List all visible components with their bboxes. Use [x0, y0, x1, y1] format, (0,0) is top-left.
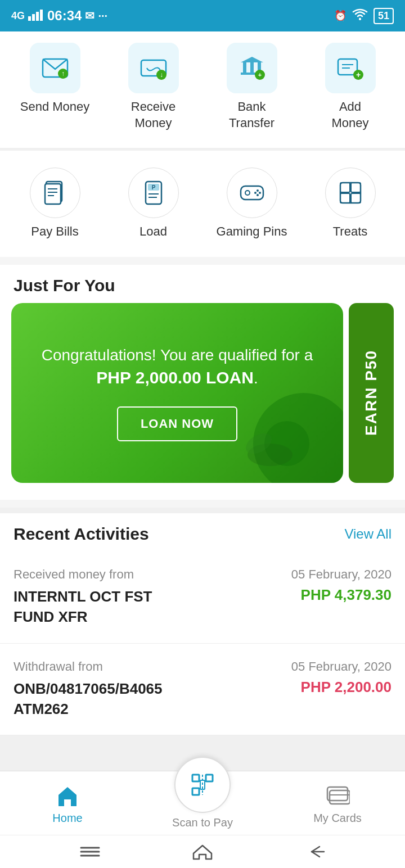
menu-icon[interactable] [79, 843, 101, 860]
tx-right-1: 05 February, 2020 PHP 4,379.30 [291, 567, 392, 604]
send-money-icon-wrap: ↑ [30, 43, 80, 93]
scan-icon [188, 770, 217, 799]
bank-transfer-button[interactable]: + BankTransfer [210, 43, 294, 131]
status-left: 4G 06:34 ✉ ··· [11, 8, 107, 24]
battery-icon: 51 [374, 8, 394, 24]
table-row[interactable]: Received money from INTERNTL OCT FSTFUND… [0, 551, 405, 644]
tx-left-2: Withdrawal from ONB/04817065/B4065ATM262 [14, 659, 291, 720]
add-money-icon-wrap: + [325, 43, 376, 93]
my-cards-icon [325, 784, 350, 808]
home-nav-label: Home [52, 812, 82, 825]
tx-date-1: 05 February, 2020 [291, 567, 392, 582]
promo-text: Congratulations! You are qualified for a… [34, 344, 321, 390]
nav-home[interactable]: Home [11, 784, 124, 825]
treats-label: Treats [333, 224, 368, 240]
promo-container: Congratulations! You are qualified for a… [0, 303, 405, 500]
svg-text:P: P [151, 184, 155, 191]
svg-rect-1 [32, 14, 35, 21]
receive-money-label: ReceiveMoney [131, 99, 176, 131]
load-button[interactable]: P Load [111, 168, 196, 240]
nav-scan-to-pay[interactable]: Scan to Pay [146, 779, 259, 829]
svg-rect-44 [351, 183, 361, 192]
gaming-pins-label: Gaming Pins [217, 224, 287, 240]
status-right: ⏰ 51 [334, 8, 394, 24]
tx-name-2: ONB/04817065/B4065ATM262 [14, 679, 291, 720]
svg-text:+: + [356, 70, 360, 79]
nav-my-cards[interactable]: My Cards [281, 784, 394, 825]
svg-point-41 [254, 192, 256, 194]
receive-money-icon-wrap: ↓ [128, 43, 179, 93]
svg-point-38 [256, 189, 259, 192]
svg-rect-45 [340, 193, 350, 203]
svg-rect-43 [340, 183, 350, 192]
loan-now-button[interactable]: LOAN NOW [117, 406, 237, 441]
svg-point-4 [359, 18, 361, 20]
signal-bars [28, 8, 44, 24]
svg-rect-13 [250, 62, 254, 73]
carrier-text: 4G [11, 10, 25, 22]
android-home-icon[interactable] [191, 843, 214, 860]
svg-rect-50 [192, 788, 199, 795]
pay-bills-icon-wrap [30, 168, 80, 218]
promo-banner[interactable]: Congratulations! You are qualified for a… [11, 303, 343, 483]
treats-icon-wrap [325, 168, 376, 218]
just-for-you-section: Just For You [0, 265, 405, 303]
just-for-you-title: Just For You [14, 276, 115, 295]
leaf-icon [242, 421, 298, 466]
time-display: 06:34 [47, 8, 82, 24]
svg-rect-49 [192, 775, 199, 781]
svg-point-37 [245, 191, 250, 195]
scan-nav-label: Scan to Pay [172, 816, 233, 829]
wifi-icon [352, 8, 368, 24]
scan-button[interactable] [174, 757, 231, 813]
promo-side-banner[interactable]: EARN P50 [349, 303, 394, 483]
pay-bills-button[interactable]: Pay Bills [13, 168, 97, 240]
bottom-navigation: Home Scan to Pay My Cards [0, 771, 405, 868]
tx-name-1: INTERNTL OCT FSTFUND XFR [14, 586, 291, 627]
send-money-button[interactable]: ↑ Send Money [13, 43, 97, 131]
gaming-pins-icon-wrap [227, 168, 277, 218]
dots-icon: ··· [98, 10, 107, 22]
svg-rect-27 [45, 184, 61, 204]
promo-side-text: EARN P50 [362, 350, 380, 436]
add-money-label: AddMoney [331, 99, 368, 131]
tx-right-2: 05 February, 2020 PHP 2,200.00 [291, 659, 392, 696]
svg-point-40 [256, 194, 259, 196]
add-money-button[interactable]: + AddMoney [308, 43, 393, 131]
quick-actions-row: ↑ Send Money ↓ ReceiveMoney + [0, 31, 405, 148]
android-nav-bar [0, 835, 405, 868]
svg-rect-55 [330, 790, 350, 804]
android-back-icon[interactable] [304, 843, 326, 860]
treats-button[interactable]: Treats [308, 168, 393, 240]
load-label: Load [140, 224, 167, 240]
alarm-icon: ⏰ [334, 10, 346, 22]
tx-amount-1: PHP 4,379.30 [291, 586, 392, 604]
second-actions-row: Pay Bills P Load Gaming Pins [0, 151, 405, 257]
message-icon: ✉ [85, 9, 94, 22]
tx-desc-2: Withdrawal from [14, 659, 291, 674]
svg-text:↓: ↓ [160, 71, 163, 79]
view-all-link[interactable]: View All [344, 526, 392, 542]
load-icon-wrap: P [128, 168, 179, 218]
tx-left-1: Received money from INTERNTL OCT FSTFUND… [14, 567, 291, 627]
gaming-pins-button[interactable]: Gaming Pins [210, 168, 294, 240]
nav-items: Home Scan to Pay My Cards [0, 771, 405, 835]
tx-amount-2: PHP 2,200.00 [291, 679, 392, 696]
svg-point-39 [259, 192, 261, 194]
table-row[interactable]: Withdrawal from ONB/04817065/B4065ATM262… [0, 644, 405, 736]
svg-rect-46 [351, 193, 361, 203]
receive-money-button[interactable]: ↓ ReceiveMoney [111, 43, 196, 131]
bank-transfer-label: BankTransfer [229, 99, 274, 131]
svg-rect-12 [243, 62, 246, 73]
promo-highlight: PHP 2,000.00 LOAN [96, 368, 254, 387]
bank-transfer-icon-wrap: + [227, 43, 277, 93]
recent-activities-header: Recent Activities View All [0, 513, 405, 551]
svg-marker-11 [241, 57, 263, 62]
tx-desc-1: Received money from [14, 567, 291, 582]
home-icon [55, 784, 80, 808]
divider2 [0, 500, 405, 508]
svg-rect-3 [40, 10, 43, 21]
svg-rect-54 [327, 787, 348, 801]
send-money-label: Send Money [20, 99, 90, 115]
transactions-list: Received money from INTERNTL OCT FSTFUND… [0, 551, 405, 736]
